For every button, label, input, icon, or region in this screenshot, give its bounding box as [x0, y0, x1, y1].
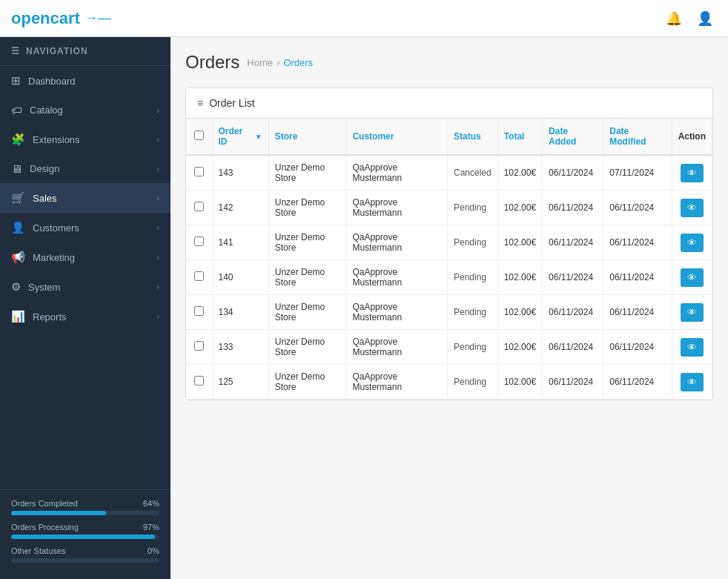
- view-button-0[interactable]: 👁: [681, 164, 704, 182]
- select-all-checkbox[interactable]: [194, 130, 204, 140]
- row-status-5: Pending: [447, 330, 497, 365]
- table-row: 134 Unzer Demo Store QaApprove Musterman…: [186, 295, 712, 330]
- customers-icon: 👤: [11, 221, 25, 234]
- table-row: 143 Unzer Demo Store QaApprove Musterman…: [186, 155, 712, 191]
- dashboard-icon: ⊞: [11, 74, 21, 87]
- row-customer-1: QaApprove Mustermann: [346, 191, 448, 225]
- view-button-3[interactable]: 👁: [681, 268, 704, 287]
- row-checkbox-2[interactable]: [194, 236, 204, 246]
- col-order-id: Order ID ▼: [212, 119, 268, 155]
- reports-icon: 📊: [11, 310, 25, 323]
- sidebar-item-left: 👤 Customers: [11, 221, 79, 234]
- stat-bar-bg-0: [11, 511, 159, 515]
- sidebar-item-extensions[interactable]: 🧩 Extensions ›: [0, 125, 171, 154]
- row-customer-4: QaApprove Mustermann: [346, 295, 448, 330]
- breadcrumb-home[interactable]: Home: [247, 57, 273, 68]
- sidebar-item-reports[interactable]: 📊 Reports ›: [0, 302, 171, 331]
- breadcrumb-current: Orders: [283, 57, 313, 68]
- row-total-2: 102.00€: [497, 225, 542, 260]
- sales-icon: 🛒: [11, 191, 25, 205]
- row-store-5: Unzer Demo Store: [268, 330, 346, 365]
- row-date-modified-5: 06/11/2024: [603, 330, 672, 365]
- sidebar-item-marketing[interactable]: 📢 Marketing ›: [0, 242, 171, 272]
- order-list-card: ≡ Order List Order ID ▼: [185, 87, 713, 400]
- view-button-1[interactable]: 👁: [681, 199, 704, 217]
- row-customer-0: QaApprove Mustermann: [346, 155, 448, 191]
- sidebar-label-catalog: Catalog: [30, 105, 63, 116]
- arrow-icon: ›: [156, 135, 159, 144]
- row-total-3: 102.00€: [497, 260, 542, 295]
- row-action-1: 👁: [672, 191, 712, 225]
- row-store-0: Unzer Demo Store: [268, 155, 346, 191]
- logo: opencart →―: [11, 9, 111, 28]
- arrow-icon: ›: [156, 312, 159, 321]
- row-date-added-5: 06/11/2024: [543, 330, 603, 365]
- row-checkbox-0[interactable]: [194, 167, 204, 176]
- sidebar-label-marketing: Marketing: [33, 252, 75, 263]
- breadcrumb-separator: ›: [277, 57, 279, 68]
- user-menu-button[interactable]: 👤: [693, 7, 717, 30]
- sidebar-label-customers: Customers: [33, 222, 79, 234]
- row-checkbox-4[interactable]: [194, 306, 204, 316]
- sidebar-item-dashboard[interactable]: ⊞ Dashboard: [0, 66, 171, 96]
- sidebar-item-customers[interactable]: 👤 Customers ›: [0, 213, 171, 242]
- system-icon: ⚙: [11, 280, 21, 294]
- sidebar-item-design[interactable]: 🖥 Design ›: [0, 154, 171, 183]
- row-total-5: 102.00€: [497, 330, 542, 365]
- catalog-icon: 🏷: [11, 104, 22, 116]
- stat-bar-fill-1: [11, 535, 155, 539]
- stat-item-2: Other Statuses 0%: [11, 546, 159, 563]
- row-check-6: [186, 365, 212, 400]
- row-order-id-4: 134: [212, 295, 268, 330]
- sidebar-item-left: ⚙ System: [11, 280, 60, 294]
- orders-table: Order ID ▼ Store Customer Status Total D…: [186, 119, 712, 400]
- arrow-icon: ›: [156, 253, 159, 262]
- view-button-4[interactable]: 👁: [681, 303, 704, 322]
- row-total-0: 102.00€: [497, 155, 542, 191]
- stat-bar-bg-2: [11, 558, 159, 563]
- row-check-1: [186, 191, 212, 225]
- stats-section: Orders Completed 64% Orders Processing 9…: [0, 489, 171, 579]
- row-order-id-1: 142: [212, 191, 268, 225]
- row-order-id-0: 143: [212, 155, 268, 191]
- stat-percent-1: 97%: [143, 523, 159, 532]
- view-button-2[interactable]: 👁: [681, 234, 704, 252]
- stat-label-2: Other Statuses: [11, 546, 65, 555]
- row-date-modified-2: 06/11/2024: [603, 225, 672, 260]
- row-check-0: [186, 155, 212, 191]
- extensions-icon: 🧩: [11, 133, 25, 146]
- sidebar-item-left: 🏷 Catalog: [11, 104, 63, 116]
- row-checkbox-3[interactable]: [194, 271, 204, 281]
- row-checkbox-1[interactable]: [194, 202, 204, 211]
- row-total-6: 102.00€: [497, 365, 542, 400]
- row-date-added-3: 06/11/2024: [543, 260, 603, 295]
- row-action-0: 👁: [672, 155, 712, 191]
- stat-percent-2: 0%: [148, 546, 159, 555]
- row-checkbox-5[interactable]: [194, 341, 204, 351]
- row-action-6: 👁: [672, 365, 712, 400]
- table-row: 142 Unzer Demo Store QaApprove Musterman…: [186, 191, 712, 225]
- table-row: 140 Unzer Demo Store QaApprove Musterman…: [186, 260, 712, 295]
- notification-bell-button[interactable]: 🔔: [662, 7, 686, 30]
- stat-item-0: Orders Completed 64%: [11, 499, 159, 515]
- sidebar-item-left: 📢 Marketing: [11, 251, 75, 264]
- sidebar-item-sales[interactable]: 🛒 Sales ›: [0, 183, 171, 213]
- sidebar-label-extensions: Extensions: [33, 134, 80, 145]
- row-action-3: 👁: [672, 260, 712, 295]
- row-checkbox-6[interactable]: [194, 376, 204, 386]
- col-date-modified: Date Modified: [603, 119, 672, 155]
- view-button-6[interactable]: 👁: [681, 373, 704, 391]
- row-store-1: Unzer Demo Store: [268, 191, 346, 225]
- stat-bar-fill-0: [11, 511, 106, 515]
- breadcrumb: Home › Orders: [247, 57, 313, 68]
- sidebar-item-left: ⊞ Dashboard: [11, 74, 76, 87]
- sidebar-item-catalog[interactable]: 🏷 Catalog ›: [0, 96, 171, 125]
- row-action-4: 👁: [672, 295, 712, 330]
- stat-label-1: Orders Processing: [11, 523, 79, 532]
- row-order-id-5: 133: [212, 330, 268, 365]
- sidebar-item-system[interactable]: ⚙ System ›: [0, 272, 171, 302]
- view-button-5[interactable]: 👁: [681, 338, 704, 357]
- col-total: Total: [497, 119, 542, 155]
- stat-header-0: Orders Completed 64%: [11, 499, 159, 508]
- table-row: 133 Unzer Demo Store QaApprove Musterman…: [186, 330, 712, 365]
